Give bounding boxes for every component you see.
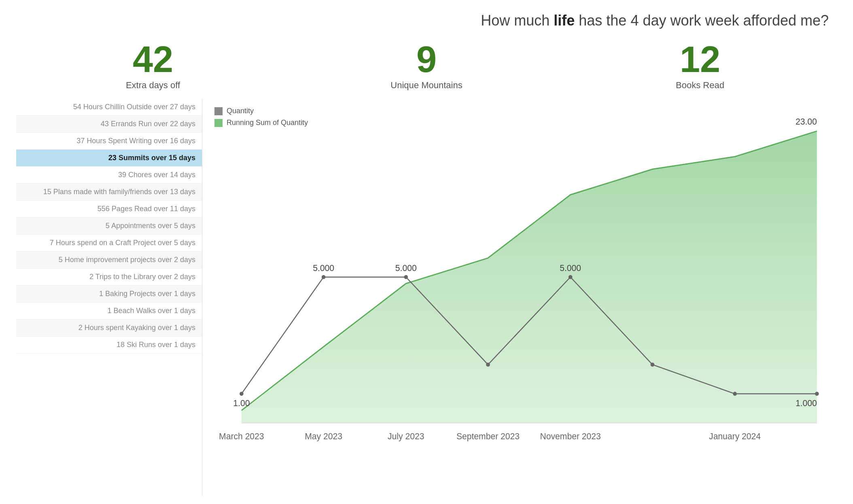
qty-point-8: [815, 392, 819, 396]
qty-point-1: [240, 392, 244, 396]
stat-label-mountains: Unique Mountains: [390, 80, 462, 91]
stat-number-mountains: 9: [416, 41, 437, 78]
stat-label-days: Extra days off: [126, 80, 180, 91]
list-item[interactable]: 23 Summits over 15 days: [16, 150, 202, 167]
legend-quantity-label: Quantity: [227, 107, 254, 115]
stat-label-books: Books Read: [676, 80, 724, 91]
x-label-july: July 2023: [388, 431, 424, 441]
list-item[interactable]: 2 Hours spent Kayaking over 1 days: [16, 320, 202, 337]
annotation-1-00: 1.00: [233, 398, 250, 408]
qty-point-5: [569, 275, 573, 279]
list-item[interactable]: 37 Hours Spent Writing over 16 days: [16, 133, 202, 150]
x-label-may: May 2023: [305, 431, 342, 441]
stats-row: 42 Extra days off 9 Unique Mountains 12 …: [16, 41, 837, 91]
annotation-1-000: 1.000: [796, 398, 817, 408]
qty-point-3: [404, 275, 408, 279]
x-label-nov: November 2023: [540, 431, 601, 441]
stat-books: 12 Books Read: [563, 41, 837, 91]
stat-number-books: 12: [680, 41, 720, 78]
x-label-sept: September 2023: [456, 431, 520, 441]
list-item[interactable]: 15 Plans made with family/friends over 1…: [16, 184, 202, 201]
qty-point-2: [322, 275, 326, 279]
qty-point-7: [733, 392, 737, 396]
list-item[interactable]: 1 Baking Projects over 1 days: [16, 286, 202, 303]
annotation-5-000-2: 5.000: [395, 263, 417, 273]
list-item[interactable]: 54 Hours Chillin Outside over 27 days: [16, 99, 202, 116]
annotation-5-000-1: 5.000: [313, 263, 334, 273]
list-item[interactable]: 43 Errands Run over 22 days: [16, 116, 202, 133]
chart-svg-container: 1.00 5.000 5.000 5.000 23.00 1.000 March…: [210, 107, 825, 472]
list-item[interactable]: 18 Ski Runs over 1 days: [16, 337, 202, 354]
x-label-march: March 2023: [219, 431, 264, 441]
list-item[interactable]: 7 Hours spend on a Craft Project over 5 …: [16, 235, 202, 252]
qty-point-6: [651, 362, 655, 366]
stat-days-off: 42 Extra days off: [16, 41, 290, 91]
main-content: 54 Hours Chillin Outside over 27 days43 …: [16, 99, 837, 496]
list-item[interactable]: 1 Beach Walks over 1 days: [16, 303, 202, 320]
legend-running-sum-label: Running Sum of Quantity: [227, 119, 308, 127]
qty-point-4: [486, 362, 490, 366]
list-item[interactable]: 556 Pages Read over 11 days: [16, 201, 202, 218]
legend-quantity: Quantity: [214, 107, 308, 115]
chart-area: Quantity Running Sum of Quantity: [202, 99, 837, 496]
legend-running-sum: Running Sum of Quantity: [214, 119, 308, 127]
stat-number-days: 42: [133, 41, 173, 78]
activity-list: 54 Hours Chillin Outside over 27 days43 …: [16, 99, 202, 496]
legend-running-sum-color: [214, 119, 223, 127]
page-title: How much life has the 4 day work week af…: [16, 12, 837, 29]
x-label-jan: January 2024: [709, 431, 761, 441]
list-item[interactable]: 5 Home improvement projects over 2 days: [16, 252, 202, 269]
main-container: How much life has the 4 day work week af…: [0, 0, 853, 504]
stat-mountains: 9 Unique Mountains: [290, 41, 563, 91]
list-item[interactable]: 39 Chores over 14 days: [16, 167, 202, 184]
area-line-chart: 1.00 5.000 5.000 5.000 23.00 1.000 March…: [210, 107, 825, 472]
annotation-23-00: 23.00: [796, 116, 817, 127]
list-item[interactable]: 2 Trips to the Library over 2 days: [16, 269, 202, 286]
list-item[interactable]: 5 Appointments over 5 days: [16, 218, 202, 235]
annotation-5-000-3: 5.000: [560, 263, 581, 273]
legend-quantity-color: [214, 107, 223, 115]
chart-legend: Quantity Running Sum of Quantity: [214, 107, 308, 127]
